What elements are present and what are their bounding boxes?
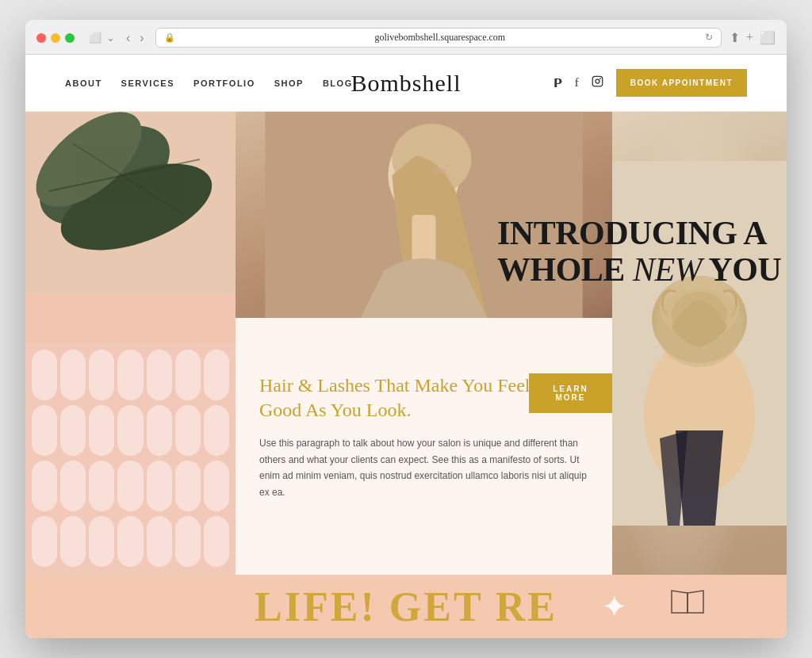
forward-button[interactable]: ›	[136, 29, 147, 47]
share-icon[interactable]: ⬆	[730, 30, 740, 45]
new-tab-icon[interactable]: +	[746, 30, 753, 45]
sidebar-toggle-icon[interactable]: ⬜	[89, 32, 102, 44]
footer-peek-text: LIFE! GET RE	[255, 583, 557, 630]
nav-portfolio[interactable]: PORTFOLIO	[193, 78, 255, 88]
footer-peek: LIFE! GET RE ✦	[25, 575, 787, 638]
maximize-button[interactable]	[65, 33, 75, 43]
learn-more-button[interactable]: LEARN MORE	[529, 373, 612, 413]
book-icon	[668, 589, 707, 624]
nav-wrapper: ABOUT SERVICES PORTFOLIO SHOP BLOG Bombs…	[25, 55, 787, 112]
website: ABOUT SERVICES PORTFOLIO SHOP BLOG Bombs…	[25, 55, 787, 638]
back-button[interactable]: ‹	[123, 29, 133, 47]
center-col: INTRODUCING A WHOLE NEW YOU LEARN MORE H…	[236, 112, 612, 575]
nav-right: 𝗣 f BOOK APPOINTMENT	[553, 69, 747, 97]
svg-point-21	[656, 288, 743, 367]
star-decoration: ✦	[601, 588, 628, 625]
pill	[89, 516, 114, 567]
hero-section: INTRODUCING A WHOLE NEW YOU LEARN MORE H…	[25, 112, 787, 575]
svg-rect-13	[412, 215, 436, 262]
traffic-lights	[36, 33, 75, 43]
nav-links: ABOUT SERVICES PORTFOLIO SHOP BLOG	[65, 78, 353, 88]
svg-point-14	[434, 168, 446, 174]
pill	[175, 350, 201, 400]
pill	[32, 405, 57, 456]
pill	[89, 350, 114, 400]
window-controls: ⬜ ⌄	[89, 32, 115, 44]
pill	[32, 350, 57, 400]
nav-services[interactable]: SERVICES	[121, 78, 174, 88]
pill	[89, 405, 114, 456]
pill	[89, 461, 114, 511]
left-image-col	[25, 112, 236, 575]
nav-shop[interactable]: SHOP	[274, 78, 304, 88]
leaf-image	[25, 112, 236, 366]
pills-pattern	[25, 343, 236, 575]
nav-about[interactable]: ABOUT	[65, 78, 102, 88]
pill	[32, 516, 57, 567]
browser-window: ⬜ ⌄ ‹ › 🔒 golivebombshell.squarespace.co…	[25, 20, 787, 638]
instagram-icon[interactable]	[592, 75, 603, 90]
headline-italic: NEW	[633, 251, 702, 288]
headline-line3: YOU	[702, 251, 781, 288]
svg-rect-0	[592, 76, 603, 86]
pill	[117, 350, 143, 400]
pill	[175, 516, 201, 567]
browser-chrome: ⬜ ⌄ ‹ › 🔒 golivebombshell.squarespace.co…	[25, 20, 787, 55]
pill	[32, 461, 57, 511]
browser-controls: ⬜ ⌄ ‹ › 🔒 golivebombshell.squarespace.co…	[36, 28, 776, 48]
site-nav: ABOUT SERVICES PORTFOLIO SHOP BLOG Bombs…	[25, 55, 787, 112]
close-button[interactable]	[36, 33, 46, 43]
pill	[204, 516, 229, 567]
pill	[204, 461, 229, 511]
pinterest-icon[interactable]: 𝗣	[553, 76, 562, 90]
facebook-icon[interactable]: f	[575, 76, 579, 90]
svg-point-2	[599, 78, 601, 79]
pill	[60, 405, 86, 456]
hero-text-area: Hair & Lashes That Make You Feel As Good…	[236, 318, 612, 575]
pill	[117, 516, 143, 567]
pill	[175, 461, 201, 511]
reload-icon[interactable]: ↻	[705, 32, 713, 44]
tabs-icon[interactable]: ⬜	[760, 30, 776, 45]
pill	[60, 516, 86, 567]
pill	[147, 405, 172, 456]
hero-body-text: Use this paragraph to talk about how you…	[259, 435, 588, 500]
site-logo: Bombshell	[350, 70, 461, 97]
pill	[175, 405, 201, 456]
headline-line2: WHOLE	[497, 251, 633, 288]
pill	[147, 350, 172, 400]
pill	[147, 516, 172, 567]
minimize-button[interactable]	[51, 33, 60, 43]
browser-actions: ⬆ + ⬜	[730, 30, 776, 45]
address-bar[interactable]: 🔒 golivebombshell.squarespace.com ↻	[155, 28, 722, 48]
right-image-col	[612, 112, 787, 575]
pill	[60, 461, 86, 511]
nav-blog[interactable]: BLOG	[323, 78, 353, 88]
pill	[204, 405, 229, 456]
svg-point-1	[596, 79, 599, 83]
book-appointment-button[interactable]: BOOK APPOINTMENT	[616, 69, 747, 97]
chevron-down-icon: ⌄	[106, 32, 115, 44]
nav-buttons: ‹ ›	[123, 29, 147, 47]
pill	[117, 405, 143, 456]
pill	[204, 350, 229, 400]
pill	[117, 461, 143, 511]
pill	[60, 350, 86, 400]
left-decorative-image	[25, 112, 236, 575]
pill	[147, 461, 172, 511]
lock-icon: 🔒	[164, 33, 175, 43]
headline-line1: INTRODUCING A	[497, 215, 767, 251]
hero-headline: INTRODUCING A WHOLE NEW YOU	[497, 215, 787, 288]
blonde-updo-image	[612, 112, 787, 575]
url-text: golivebombshell.squarespace.com	[180, 32, 700, 44]
